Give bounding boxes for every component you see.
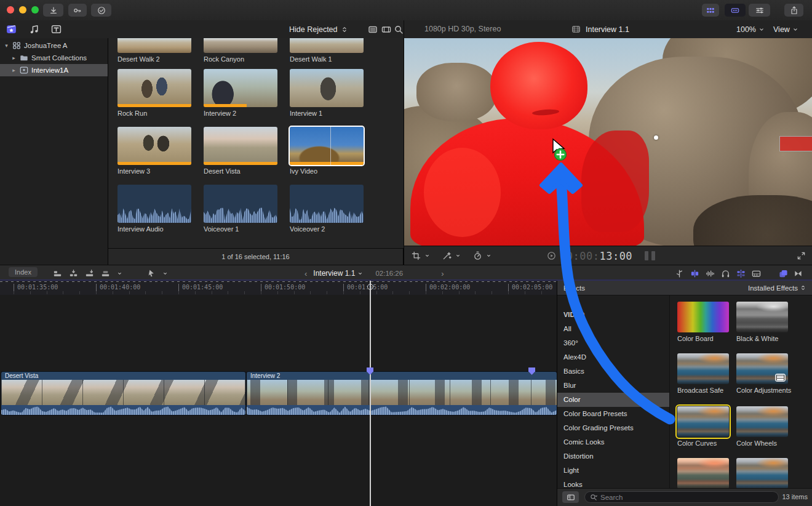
fullscreen-icon[interactable] [797,251,806,260]
disclosure-open-icon[interactable]: ▾ [4,42,9,49]
effects-category-color-grading-presets[interactable]: Color Grading Presets [557,421,669,435]
share-button[interactable] [784,4,803,17]
zoom-window-button[interactable] [31,6,39,14]
keyword-editor-button[interactable] [68,4,87,17]
search-icon[interactable] [394,25,404,34]
transitions-browser-icon[interactable] [794,269,803,278]
video-clip-desert-walk-2[interactable] [117,38,191,53]
video-clip-rock-canyon[interactable] [204,38,277,53]
forward-arrow[interactable]: › [441,269,444,278]
effect-color-board[interactable] [677,302,729,332]
index-button[interactable]: Index [9,267,38,277]
solo-icon[interactable] [706,269,715,278]
close-window-button[interactable] [7,6,14,14]
chevron-down-icon[interactable] [117,271,122,276]
timeline-ruler[interactable]: 00:01:35:0000:01:40:0000:01:45:0000:01:5… [0,281,557,295]
effects-category-blur[interactable]: Blur [557,379,669,393]
project-icon [20,66,28,74]
video-clip-desert-vista[interactable] [204,127,277,165]
clip-appearance-icon[interactable] [381,25,391,34]
timeline-clip-desert-vista[interactable]: Desert Vista [1,372,245,415]
audio-skimming-icon[interactable] [690,269,699,278]
video-clip-interview-2[interactable] [204,69,277,107]
retime-icon[interactable] [473,251,482,260]
media-panel-toggle-button[interactable] [562,491,579,503]
snapping-icon[interactable] [736,269,746,278]
disclosure-closed-icon[interactable]: ▸ [11,67,17,73]
audio-clip-voiceover-2[interactable] [290,185,364,223]
sidebar-item-interview1a[interactable]: ▸Interview1A [0,64,108,76]
project-menu[interactable]: Interview 1.1 [313,269,363,278]
sidebar-item-joshuatree-a[interactable]: ▾JoshuaTree A [0,39,108,52]
audio-monitor-icon[interactable] [721,269,730,278]
viewer-zoom-menu[interactable]: 100% [736,20,765,38]
check-circle-icon [97,6,106,15]
effects-category-light[interactable]: Light [557,464,669,478]
effect-broadcast-safe[interactable] [677,353,729,384]
overwrite-edit-icon[interactable] [101,269,110,278]
effects-category-comic-looks[interactable]: Comic Looks [557,435,669,449]
enhancements-icon[interactable] [442,251,452,260]
video-clip-rock-run[interactable] [117,69,191,107]
video-clip-desert-walk-1[interactable] [290,38,364,53]
effects-search-input[interactable]: Search [584,491,779,503]
disclosure-closed-icon[interactable]: ▸ [11,55,17,61]
effects-category-color-board-presets[interactable]: Color Board Presets [557,407,669,421]
onscreen-control-dot[interactable] [654,135,658,140]
show-browser-button[interactable] [702,4,719,17]
select-tool-icon[interactable] [147,269,156,278]
clip-appearance-icon[interactable] [752,269,761,278]
import-media-button[interactable] [43,4,63,17]
video-clip-interview-3[interactable] [117,127,191,165]
timeline-clip-interview-2[interactable]: Interview 2 [247,372,557,415]
playhead-knob[interactable] [367,284,373,290]
video-clip-interview-1[interactable] [290,69,364,107]
background-tasks-button[interactable] [91,4,111,17]
effect-thumbnail-partial[interactable] [736,458,788,489]
sidebar-item-smart-collections[interactable]: ▸Smart Collections [0,52,108,64]
effect-color-curves[interactable] [677,406,729,437]
viewer-view-menu[interactable]: View [773,20,798,38]
show-timeline-button[interactable] [725,4,746,17]
crop-icon[interactable] [412,251,421,260]
effects-category-alex4d[interactable]: Alex4D [557,350,669,364]
play-icon[interactable] [547,251,556,260]
clip-filter-popup[interactable]: Hide Rejected [289,20,348,38]
video-clip-ivy-video[interactable] [290,127,364,165]
insert-edit-icon[interactable] [69,269,78,278]
back-arrow[interactable]: ‹ [304,269,307,278]
timeline[interactable]: 00:01:35:0000:01:40:0000:01:45:0000:01:5… [0,281,557,506]
viewer-timecode: 00:00:13:00 [547,246,632,265]
ruler-timecode: 00:01:50:00 [261,284,305,291]
effects-category-all[interactable]: All [557,322,669,336]
append-edit-icon[interactable] [85,269,94,278]
installed-effects-popup[interactable]: Installed Effects [748,284,806,292]
chevron-down-icon[interactable] [486,253,492,259]
favorite-stripe [117,162,191,165]
chevron-down-icon[interactable] [162,271,168,276]
effects-browser-icon[interactable] [779,269,788,278]
show-titles-browser-icon[interactable] [51,24,62,34]
chevron-down-icon[interactable] [455,253,461,259]
effects-category-distortion[interactable]: Distortion [557,449,669,464]
connect-edit-icon[interactable] [53,269,62,278]
audio-clip-interview-audio[interactable] [117,185,191,223]
effects-category-color[interactable]: Color [557,393,669,407]
effect-black-white[interactable] [736,302,788,332]
show-sound-browser-icon[interactable] [29,24,39,34]
show-inspector-button[interactable] [749,4,770,17]
show-events-browser-icon[interactable] [6,24,17,34]
skimming-icon[interactable] [675,269,684,278]
effects-category-basics[interactable]: Basics [557,364,669,379]
effects-category-360-[interactable]: 360° [557,336,669,350]
effects-category-looks[interactable]: Looks [557,478,669,489]
effect-color-wheels[interactable] [736,406,788,437]
audio-clip-voiceover-1[interactable] [204,185,277,223]
playhead[interactable] [370,281,371,506]
audio-meters[interactable] [645,251,655,260]
effect-thumbnail-partial[interactable] [677,458,729,489]
chevron-down-icon[interactable] [424,253,430,259]
minimize-window-button[interactable] [19,6,26,14]
clip-filtering-icon[interactable] [368,25,378,34]
effect-color-adjustments[interactable] [736,353,788,384]
